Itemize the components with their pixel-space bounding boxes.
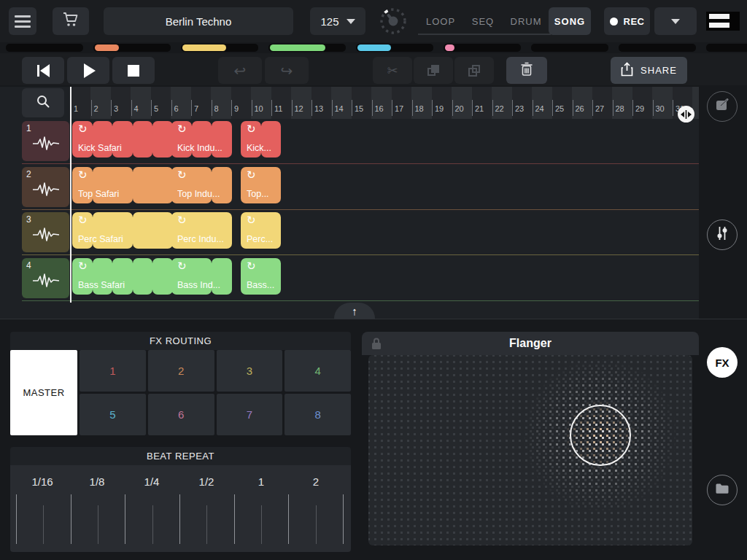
track-row: 2↻Top Safari↻Top Indu...↻Top...	[0, 165, 699, 210]
song-overview-strip[interactable]	[6, 44, 747, 52]
bar-number: 22	[495, 104, 504, 113]
record-options-button[interactable]	[654, 7, 697, 35]
fx-routing-slot-3[interactable]: 3	[217, 350, 283, 392]
track-header[interactable]: 2	[22, 167, 69, 207]
bar-ruler[interactable]: 1234567891011121314151617181920212223242…	[71, 87, 699, 119]
share-button[interactable]: SHARE	[611, 57, 687, 84]
beat-repeat-tick	[234, 494, 235, 544]
loop-icon: ↻	[78, 214, 88, 227]
clip-label: Perc Indu...	[177, 234, 224, 244]
fx-routing-slot-8[interactable]: 8	[285, 394, 351, 435]
cart-icon	[62, 12, 80, 31]
project-title[interactable]: Berlin Techno	[104, 7, 293, 35]
beat-repeat-strip[interactable]: 1/161/81/41/212	[10, 465, 351, 552]
bar-tick	[191, 100, 192, 116]
fx-routing-slot-6[interactable]: 6	[148, 394, 214, 435]
xy-pad-cursor[interactable]	[570, 405, 631, 466]
clip-label: Bass...	[247, 280, 274, 290]
beat-repeat-tick	[316, 505, 317, 544]
tab-seq[interactable]: SEQ	[462, 7, 504, 35]
track-row: 3↻Perc Safari↻Perc Indu...↻Perc...	[0, 210, 699, 255]
bar-number: 9	[234, 104, 239, 113]
undo-button[interactable]: ↩	[218, 57, 262, 84]
rewind-button[interactable]	[22, 57, 64, 84]
fx-effect-panel: Flanger	[362, 332, 699, 551]
mixer-icon[interactable]	[706, 12, 740, 31]
overview-segment[interactable]	[444, 44, 521, 52]
clip-segment	[152, 121, 173, 158]
store-button[interactable]	[53, 7, 89, 35]
play-icon	[84, 63, 96, 78]
tab-drum[interactable]: DRUM	[505, 7, 547, 35]
stop-button[interactable]	[112, 57, 155, 84]
clip[interactable]: ↻Bass Ind...	[171, 258, 232, 295]
paste-button[interactable]	[454, 57, 494, 84]
beat-repeat-label: 1	[258, 475, 264, 488]
clip[interactable]: ↻Bass Safari	[72, 258, 173, 295]
fx-routing-slot-5[interactable]: 5	[80, 394, 146, 435]
clip[interactable]: ↻Top Safari	[72, 167, 173, 203]
fx-routing-title: FX ROUTING	[10, 332, 351, 350]
tempo-dial-icon[interactable]	[378, 6, 409, 39]
overview-segment[interactable]	[6, 44, 83, 52]
copy-button[interactable]	[414, 57, 453, 84]
zoom-button[interactable]	[22, 88, 64, 117]
bar-number: 20	[455, 104, 464, 113]
overview-segment[interactable]	[531, 44, 608, 52]
clip[interactable]: ↻Perc Indu...	[171, 212, 232, 249]
beat-repeat-panel: BEAT REPEAT 1/161/81/41/212	[10, 447, 351, 552]
bar-number: 24	[535, 104, 544, 113]
fx-effect-header[interactable]: Flanger	[362, 332, 699, 355]
fx-routing-slot-7[interactable]: 7	[217, 394, 283, 435]
clip-label: Kick Safari	[78, 143, 122, 153]
track-header[interactable]: 3	[22, 212, 69, 252]
beat-repeat-tick	[206, 505, 207, 544]
bar-tick	[492, 100, 493, 116]
tab-song[interactable]: SONG	[549, 7, 591, 35]
track-header[interactable]: 1	[22, 121, 69, 161]
clip[interactable]: ↻Top...	[241, 167, 281, 203]
bar-number: 26	[576, 104, 584, 113]
fx-button[interactable]: FX	[707, 347, 738, 378]
fx-xy-pad[interactable]	[368, 355, 692, 545]
redo-button[interactable]: ↪	[265, 57, 309, 84]
bar-number: 10	[255, 104, 263, 113]
clip[interactable]: ↻Bass...	[241, 258, 281, 295]
menu-button[interactable]	[9, 7, 36, 35]
clip-segment	[152, 258, 173, 295]
bar-number: 21	[475, 104, 484, 113]
bpm-selector[interactable]: 125	[310, 7, 365, 35]
overview-segment[interactable]	[619, 44, 696, 52]
overview-segment[interactable]	[268, 44, 346, 52]
track-header[interactable]: 4	[22, 258, 69, 298]
bar-number: 30	[656, 104, 665, 113]
play-button[interactable]	[67, 57, 109, 84]
fx-routing-slot-4[interactable]: 4	[285, 350, 351, 392]
bar-number: 28	[616, 104, 624, 113]
clip[interactable]: ↻Perc Safari	[72, 212, 173, 249]
overview-segment[interactable]	[706, 44, 747, 52]
mixer-faders-button[interactable]	[707, 219, 738, 250]
fx-routing-slot-2[interactable]: 2	[148, 350, 214, 392]
clip[interactable]: ↻Perc...	[241, 212, 281, 249]
tab-loop[interactable]: LOOP	[419, 7, 462, 35]
delete-button[interactable]	[506, 57, 547, 84]
cut-button[interactable]: ✂	[373, 57, 412, 84]
overview-segment[interactable]	[356, 44, 433, 52]
clip[interactable]: ↻Kick...	[241, 121, 281, 158]
clip[interactable]: ↻Kick Indu...	[171, 121, 232, 158]
bar-number: 13	[314, 104, 323, 113]
bar-tick	[212, 100, 212, 116]
loop-range-handle[interactable]	[678, 106, 694, 122]
edit-mode-button[interactable]	[707, 91, 738, 122]
clip[interactable]: ↻Top Indu...	[171, 167, 232, 203]
library-button[interactable]	[707, 475, 738, 505]
overview-segment[interactable]	[181, 44, 258, 52]
beat-repeat-label: 1/8	[90, 475, 105, 488]
fx-routing-slot-1[interactable]: 1	[80, 350, 146, 392]
fx-routing-master-cell[interactable]: MASTER	[10, 350, 77, 435]
record-button[interactable]: REC	[604, 7, 650, 35]
clip[interactable]: ↻Kick Safari	[72, 121, 173, 158]
playhead[interactable]	[70, 87, 71, 303]
overview-segment[interactable]	[93, 44, 171, 52]
